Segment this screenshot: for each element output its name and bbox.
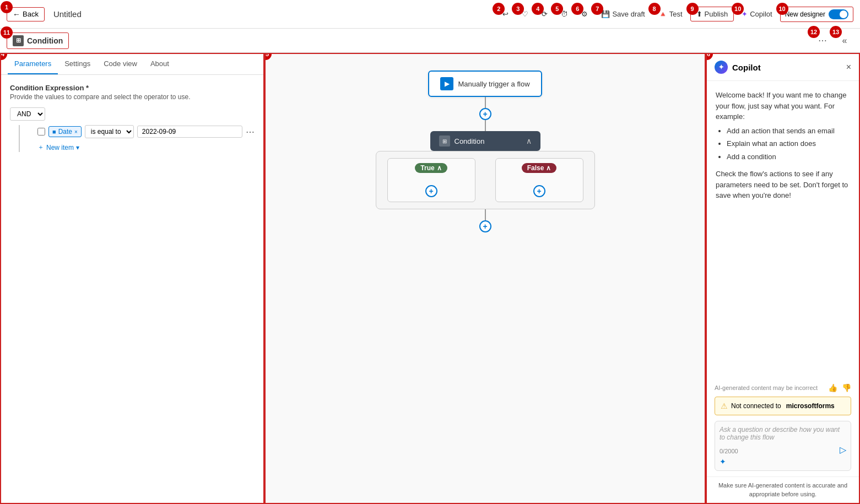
plus-icon: ＋ xyxy=(37,143,44,152)
not-connected-notice: ⚠ Not connected to microsoftforms xyxy=(715,397,851,415)
bullet-1: Add an action that sends an email xyxy=(727,126,850,137)
value-input[interactable] xyxy=(137,126,242,138)
true-branch-box: True ∧ + xyxy=(387,158,475,202)
char-count: 0/2000 xyxy=(720,448,738,454)
input-footer: 0/2000 ▷ xyxy=(720,445,846,455)
flow-canvas: ▶ Manually trigger a flow + ⊞ Condition … xyxy=(348,71,623,232)
flow-title: Untitled xyxy=(53,9,493,19)
thumbs-up-button[interactable]: 👍 xyxy=(828,383,837,392)
condition-checkbox[interactable] xyxy=(37,128,45,136)
ai-action-buttons: 👍 👎 xyxy=(828,383,851,392)
bullet-3: Add a condition xyxy=(727,151,850,162)
badge-1: 1 xyxy=(1,1,13,13)
and-operator-dropdown[interactable]: AND xyxy=(10,107,45,121)
thumbs-down-button[interactable]: 👎 xyxy=(842,383,851,392)
badge-15: 15 xyxy=(264,53,272,60)
copilot-close-button[interactable]: × xyxy=(846,62,851,72)
chevron-down-icon: ▾ xyxy=(76,144,79,151)
condition-label: ⊞ Condition xyxy=(7,32,69,49)
section-label: Condition Expression * xyxy=(10,84,255,92)
condition-row: ■ Date × is equal to ⋯ xyxy=(37,125,255,138)
send-button[interactable]: ▷ xyxy=(840,445,846,455)
badge-13: 13 xyxy=(830,26,842,38)
copilot-input-placeholder: Ask a question or describe how you want … xyxy=(720,426,846,441)
copilot-bullets: Add an action that sends an email Explai… xyxy=(727,126,850,162)
back-arrow-icon: ← xyxy=(13,10,20,19)
condition-icon: ⊞ xyxy=(13,35,24,46)
trigger-icon: ▶ xyxy=(440,77,453,90)
bullet-2: Explain what an action does xyxy=(727,138,850,149)
copilot-footer: AI-generated content may be incorrect 👍 … xyxy=(707,383,859,476)
false-chevron-icon: ∧ xyxy=(546,164,551,172)
condition-collapse-button[interactable]: ∧ xyxy=(526,137,532,145)
copilot-panel: 16 ✦ Copilot × Welcome back! If you want… xyxy=(706,53,860,504)
trigger-node: ▶ Manually trigger a flow xyxy=(428,71,542,97)
badge-11: 11 xyxy=(1,26,13,39)
false-label: False ∧ xyxy=(522,163,557,173)
branch-spacer xyxy=(480,158,491,202)
new-item-button[interactable]: ＋ New item ▾ xyxy=(37,143,79,152)
false-branch: False ∧ + xyxy=(491,158,588,202)
condition-node-box[interactable]: ⊞ Condition ∧ xyxy=(430,131,540,151)
add-step-1-button[interactable]: + xyxy=(479,108,491,120)
true-add-button[interactable]: + xyxy=(425,185,437,197)
tab-code-view[interactable]: Code view xyxy=(97,54,144,74)
toggle-switch[interactable] xyxy=(829,9,848,19)
connector-v1 xyxy=(485,97,486,108)
condition-node-icon: ⊞ xyxy=(439,136,450,147)
section-sublabel: Provide the values to compare and select… xyxy=(10,93,255,101)
badge-9: 9 xyxy=(686,3,699,15)
copilot-title: Copilot xyxy=(732,63,842,72)
and-select-area: AND xyxy=(10,107,255,121)
panel-content: Condition Expression * Provide the value… xyxy=(1,75,263,503)
connector-v3 xyxy=(485,209,486,220)
date-tag: ■ Date × xyxy=(48,126,82,137)
remove-tag-button[interactable]: × xyxy=(74,129,78,135)
true-label: True ∧ xyxy=(415,163,447,173)
true-branch: True ∧ + xyxy=(383,158,480,202)
add-step-2-button[interactable]: + xyxy=(479,220,491,232)
badge-10: 10 xyxy=(732,3,744,15)
true-chevron-icon: ∧ xyxy=(437,164,442,172)
copilot-body: Welcome back! If you want me to change y… xyxy=(707,81,859,383)
warning-icon: ⚠ xyxy=(721,402,728,410)
copilot-header: ✦ Copilot × xyxy=(707,54,859,81)
false-branch-box: False ∧ + xyxy=(495,158,583,202)
branch-wrapper: True ∧ + False ∧ xyxy=(376,151,595,209)
save-draft-button[interactable]: 💾 Save draft xyxy=(596,7,650,21)
new-designer-toggle[interactable]: 10 New designer xyxy=(780,7,853,22)
ai-gen-note: Make sure AI-generated content is accura… xyxy=(707,476,859,503)
copilot-message: Welcome back! If you want me to change y… xyxy=(716,90,850,162)
tab-settings[interactable]: Settings xyxy=(58,54,97,74)
tab-about[interactable]: About xyxy=(144,54,176,74)
false-add-button[interactable]: + xyxy=(533,185,545,197)
badge-8: 8 xyxy=(648,3,661,15)
row-options-button[interactable]: ⋯ xyxy=(246,127,255,137)
operator-dropdown[interactable]: is equal to xyxy=(85,125,134,138)
badge-12: 12 xyxy=(808,26,820,38)
copilot-input-area: Ask a question or describe how you want … xyxy=(715,421,851,471)
tab-bar: Parameters Settings Code view About xyxy=(1,54,263,75)
connector-v2 xyxy=(485,120,486,131)
copilot-message-2: Check the flow's actions to see if any p… xyxy=(716,169,850,201)
ai-disclaimer: AI-generated content may be incorrect 👍 … xyxy=(715,383,851,392)
badge-10b: 10 xyxy=(776,3,788,15)
flow-canvas-panel: 15 ▶ Manually trigger a flow + ⊞ xyxy=(264,53,706,504)
trigger-box[interactable]: ▶ Manually trigger a flow xyxy=(428,71,542,97)
tab-parameters[interactable]: Parameters xyxy=(8,54,58,74)
copilot-logo-icon: ✦ xyxy=(715,61,728,74)
spark-icon: ✦ xyxy=(720,457,726,466)
